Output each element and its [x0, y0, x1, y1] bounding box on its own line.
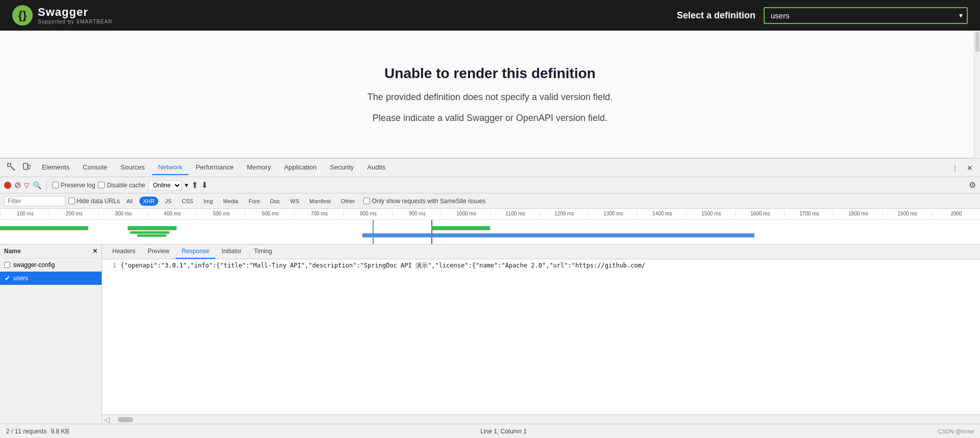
tick-200: 200 ms [49, 211, 98, 216]
tick-100: 100 ms [0, 211, 49, 216]
devtools-tab-bar: Elements Console Sources Network Perform… [0, 159, 980, 177]
export-icon[interactable]: ⬇ [201, 180, 208, 190]
content-body[interactable]: 1{"openapi":"3.0.1","info":{"title":"Mal… [102, 259, 980, 415]
scroll-left-icon[interactable]: ◁ [104, 416, 110, 424]
horizontal-scrollbar[interactable]: ◁ [102, 415, 980, 424]
tick-300: 300 ms [98, 211, 147, 216]
throttle-select[interactable]: Online [149, 180, 182, 190]
tick-1400: 1400 ms [637, 211, 686, 216]
tab-performance[interactable]: Performance [189, 160, 239, 175]
transfer-size: 9.8 KB [51, 428, 69, 435]
filter-input[interactable] [4, 196, 65, 206]
json-response: {"openapi":"3.0.1","info":{"title":"Mall… [120, 262, 645, 269]
separator [46, 180, 47, 190]
filter-manifest[interactable]: Manifest [306, 197, 334, 206]
file-checkbox-users[interactable] [4, 275, 10, 281]
clear-button[interactable]: ⊘ [14, 180, 21, 190]
tick-600: 600 ms [245, 211, 294, 216]
file-name-users: users [13, 275, 28, 282]
tick-800: 800 ms [343, 211, 392, 216]
page-scrollbar-thumb[interactable] [975, 32, 979, 52]
tab-memory[interactable]: Memory [241, 160, 277, 175]
sameside-checkbox[interactable] [363, 198, 370, 204]
content-tab-preview[interactable]: Preview [141, 245, 176, 259]
tick-900: 900 ms [392, 211, 441, 216]
timeline-bar-4 [137, 234, 167, 237]
filter-media[interactable]: Media [219, 197, 242, 206]
svg-text:{}: {} [18, 9, 27, 21]
filter-other[interactable]: Other [337, 197, 359, 206]
filter-all[interactable]: All [123, 197, 136, 206]
tab-sources[interactable]: Sources [114, 160, 151, 175]
page-scrollbar[interactable] [974, 31, 980, 158]
record-button[interactable] [4, 182, 11, 189]
hide-data-urls-label[interactable]: Hide data URLs [68, 198, 120, 205]
timeline-bar-3 [130, 231, 169, 234]
inspector-icon[interactable] [4, 161, 18, 175]
files-panel: Name ✕ swagger-config users [0, 245, 102, 424]
header: {} Swagger Supported by SMARTBEAR Select… [0, 0, 980, 31]
settings-icon[interactable]: ⚙ [969, 180, 976, 190]
file-item-users[interactable]: users [0, 272, 102, 285]
scroll-thumb[interactable] [118, 417, 133, 422]
main-content: Unable to render this definition The pro… [0, 31, 980, 158]
content-panel: Headers Preview Response Initiator Timin… [102, 245, 980, 424]
tab-security[interactable]: Security [324, 160, 360, 175]
timeline-bar-6 [362, 233, 754, 237]
search-icon[interactable]: 🔍 [33, 181, 41, 189]
disable-cache-checkbox[interactable] [98, 182, 105, 188]
tick-1900: 1900 ms [882, 211, 931, 216]
content-tab-headers[interactable]: Headers [106, 245, 141, 259]
tab-application[interactable]: Application [278, 160, 323, 175]
tick-1500: 1500 ms [686, 211, 735, 216]
tab-audits[interactable]: Audits [361, 160, 391, 175]
tick-1600: 1600 ms [735, 211, 784, 216]
tab-network[interactable]: Network [152, 160, 189, 175]
more-options-icon[interactable]: ⋮ [948, 162, 962, 174]
preserve-log-label[interactable]: Preserve log [52, 182, 95, 189]
error-title: Unable to render this definition [384, 65, 596, 82]
filter-icon[interactable]: ▽ [24, 181, 30, 189]
filter-doc[interactable]: Doc [266, 197, 284, 206]
tab-console[interactable]: Console [77, 160, 113, 175]
content-tab-response[interactable]: Response [176, 245, 215, 259]
preserve-log-checkbox[interactable] [52, 182, 59, 188]
tick-1200: 1200 ms [539, 211, 588, 216]
filter-js[interactable]: JS [161, 197, 175, 206]
hide-data-urls-checkbox[interactable] [68, 198, 75, 204]
file-item-swagger-config[interactable]: swagger-config [0, 258, 102, 272]
tick-1100: 1100 ms [490, 211, 539, 216]
tick-400: 400 ms [147, 211, 196, 216]
tab-elements[interactable]: Elements [36, 160, 76, 175]
devtools-tabs: Elements Console Sources Network Perform… [36, 160, 946, 175]
device-icon[interactable] [19, 161, 34, 175]
file-checkbox-swagger-config[interactable] [4, 262, 10, 268]
close-files-icon[interactable]: ✕ [92, 248, 97, 255]
logo-text: Swagger Supported by SMARTBEAR [38, 6, 112, 24]
filter-xhr[interactable]: XHR [139, 197, 158, 206]
filter-font[interactable]: Font [245, 197, 263, 206]
close-devtools-icon[interactable]: ✕ [964, 162, 976, 174]
csdn-watermark: CSDN @hrme [938, 428, 974, 434]
import-icon[interactable]: ⬆ [191, 180, 198, 190]
error-description-2: Please indicate a valid Swagger or OpenA… [373, 113, 607, 124]
timeline-bar-1 [0, 226, 88, 230]
logo-area: {} Swagger Supported by SMARTBEAR [12, 5, 112, 26]
name-col-label: Name [4, 248, 21, 255]
tick-1700: 1700 ms [784, 211, 833, 216]
timeline-area: 100 ms 200 ms 300 ms 400 ms 500 ms 600 m… [0, 209, 980, 245]
line-number: 1 [106, 262, 116, 269]
tick-500: 500 ms [196, 211, 245, 216]
timeline-bars [0, 220, 980, 245]
filter-img[interactable]: Img [200, 197, 216, 206]
filter-bar: Hide data URLs All XHR JS CSS Img Media … [0, 193, 980, 209]
filter-ws[interactable]: WS [287, 197, 303, 206]
files-list: swagger-config users [0, 258, 102, 424]
content-tab-initiator[interactable]: Initiator [215, 245, 248, 259]
disable-cache-label[interactable]: Disable cache [98, 182, 145, 189]
definition-select[interactable]: users swagger-config [764, 7, 968, 24]
filter-css[interactable]: CSS [178, 197, 197, 206]
sameside-label[interactable]: Only show requests with SameSite issues [363, 198, 485, 205]
content-tab-timing[interactable]: Timing [248, 245, 278, 259]
svg-line-3 [11, 167, 15, 171]
